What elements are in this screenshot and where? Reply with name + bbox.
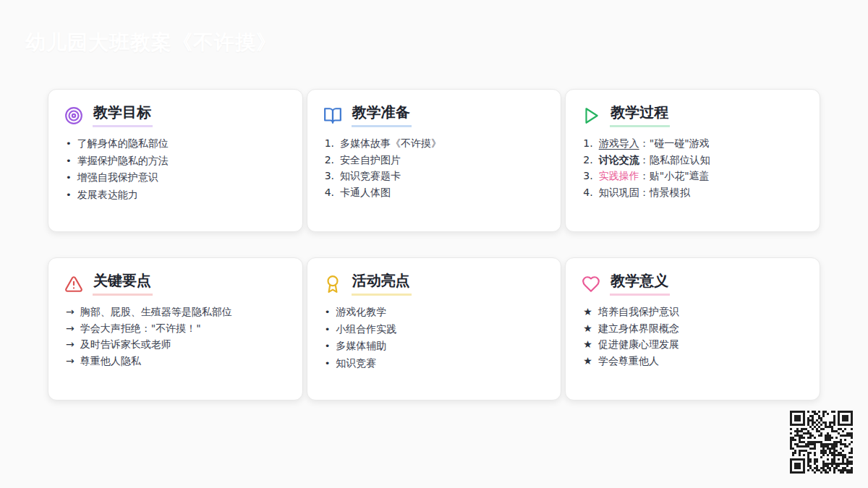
list-item-text: 及时告诉家长或老师: [80, 336, 171, 353]
list-item-text: 游戏化教学: [336, 304, 386, 320]
list-marker: 3.: [583, 168, 592, 184]
list-item: •增强自我保护意识: [66, 169, 286, 187]
heart-icon: [582, 275, 600, 294]
list-item-text: 卡通人体图: [340, 184, 391, 201]
card-title: 教学意义: [610, 272, 670, 296]
list-marker: •: [66, 136, 72, 153]
book-open-icon: [323, 106, 342, 125]
list-item-text: 知识巩固：情景模拟: [599, 184, 690, 201]
list-item: ★建立身体界限概念: [583, 320, 804, 337]
list-item-text: 了解身体的隐私部位: [77, 135, 169, 152]
card-preparation: 教学准备 1.多媒体故事《不许摸》2.安全自护图片3.知识竞赛题卡4.卡通人体图: [307, 89, 562, 232]
list-item: 1.多媒体故事《不许摸》: [325, 135, 545, 152]
list-item: ★培养自我保护意识: [583, 304, 804, 320]
list-item: •游戏化教学: [325, 304, 545, 321]
list-marker: 4.: [325, 184, 334, 201]
card-list: 1.游戏导入："碰一碰"游戏2.讨论交流：隐私部位认知3.实践操作：贴"小花"遮…: [582, 135, 804, 201]
list-item: •小组合作实践: [325, 321, 545, 338]
card-highlights: 活动亮点 •游戏化教学•小组合作实践•多媒体辅助•知识竞赛: [307, 257, 562, 401]
card-list: ★培养自我保护意识★建立身体界限概念★促进健康心理发展★学会尊重他人: [582, 304, 804, 369]
list-item: •了解身体的隐私部位: [66, 135, 286, 153]
card-title: 教学过程: [610, 103, 670, 127]
list-item-text: 讨论交流：隐私部位认知: [599, 152, 710, 168]
list-item: 1.游戏导入："碰一碰"游戏: [583, 135, 804, 152]
list-item: →学会大声拒绝："不许摸！": [66, 320, 286, 337]
list-item-text: 学会大声拒绝："不许摸！": [80, 320, 201, 337]
list-item-text: 建立身体界限概念: [598, 320, 679, 337]
list-marker: •: [66, 153, 72, 170]
list-item: 4.知识巩固：情景模拟: [583, 184, 804, 201]
card-header: 教学目标: [64, 103, 286, 127]
list-marker: •: [325, 304, 331, 321]
list-item: 3.知识竞赛题卡: [325, 168, 545, 184]
list-item: →及时告诉家长或老师: [66, 336, 286, 353]
list-marker: •: [325, 338, 331, 355]
qr-code-icon: [790, 411, 853, 474]
list-marker: 1.: [325, 135, 334, 152]
list-marker: 3.: [325, 168, 334, 184]
alert-triangle-icon: [64, 275, 83, 294]
list-item: 4.卡通人体图: [325, 184, 545, 201]
card-title: 关键要点: [93, 272, 153, 296]
list-marker: 4.: [583, 184, 592, 201]
card-list: 1.多媒体故事《不许摸》2.安全自护图片3.知识竞赛题卡4.卡通人体图: [323, 135, 545, 201]
list-marker: ★: [583, 336, 592, 353]
card-header: 教学过程: [582, 103, 804, 127]
list-item: •多媒体辅助: [325, 338, 545, 355]
award-icon: [323, 275, 342, 294]
card-title: 教学目标: [93, 103, 153, 127]
list-item: ★学会尊重他人: [583, 353, 804, 369]
list-marker: →: [66, 336, 75, 353]
card-process: 教学过程 1.游戏导入："碰一碰"游戏2.讨论交流：隐私部位认知3.实践操作：贴…: [565, 89, 820, 232]
list-marker: ★: [583, 304, 592, 320]
card-key-points: 关键要点 →胸部、屁股、生殖器等是隐私部位→学会大声拒绝："不许摸！"→及时告诉…: [48, 257, 303, 401]
list-item-text: 多媒体故事《不许摸》: [340, 135, 441, 152]
page-title: 幼儿园大班教案《不许摸》: [25, 29, 277, 56]
list-marker: 2.: [325, 152, 334, 168]
list-item: ★促进健康心理发展: [583, 336, 804, 353]
card-objectives: 教学目标 •了解身体的隐私部位•掌握保护隐私的方法•增强自我保护意识•发展表达能…: [48, 89, 303, 232]
list-item-text: 增强自我保护意识: [77, 169, 158, 186]
card-header: 关键要点: [64, 272, 286, 296]
list-marker: →: [66, 304, 75, 320]
card-grid: 教学目标 •了解身体的隐私部位•掌握保护隐私的方法•增强自我保护意识•发展表达能…: [48, 89, 820, 401]
list-marker: •: [325, 356, 331, 372]
card-list: →胸部、屁股、生殖器等是隐私部位→学会大声拒绝："不许摸！"→及时告诉家长或老师…: [64, 304, 286, 369]
card-title: 教学准备: [352, 103, 412, 127]
list-item: •知识竞赛: [325, 355, 545, 372]
list-item-text: 促进健康心理发展: [598, 336, 679, 353]
list-item: →尊重他人隐私: [66, 353, 286, 369]
target-icon: [64, 106, 83, 125]
play-icon: [582, 106, 600, 125]
list-item-text: 知识竞赛: [336, 355, 376, 372]
list-item-text: 掌握保护隐私的方法: [77, 153, 169, 169]
list-item-text: 游戏导入："碰一碰"游戏: [599, 135, 710, 152]
list-marker: →: [66, 353, 75, 369]
list-item: 3.实践操作：贴"小花"遮盖: [583, 168, 804, 184]
list-item-text: 多媒体辅助: [336, 338, 386, 354]
list-item-text: 学会尊重他人: [598, 353, 659, 369]
card-list: •游戏化教学•小组合作实践•多媒体辅助•知识竞赛: [323, 304, 545, 372]
list-marker: ★: [583, 353, 592, 369]
list-marker: •: [66, 170, 72, 187]
card-significance: 教学意义 ★培养自我保护意识★建立身体界限概念★促进健康心理发展★学会尊重他人: [565, 257, 820, 401]
list-item-text: 尊重他人隐私: [80, 353, 141, 369]
card-header: 教学准备: [323, 103, 545, 127]
card-title: 活动亮点: [352, 272, 412, 296]
card-header: 教学意义: [582, 272, 804, 296]
list-item: •发展表达能力: [66, 187, 286, 204]
list-item-text: 安全自护图片: [340, 152, 401, 168]
list-marker: 2.: [583, 152, 592, 168]
list-item-text: 小组合作实践: [336, 321, 396, 338]
card-header: 活动亮点: [323, 272, 545, 296]
list-marker: ★: [583, 320, 592, 337]
list-item: •掌握保护隐私的方法: [66, 153, 286, 170]
list-item-text: 培养自我保护意识: [598, 304, 679, 320]
list-item: 2.讨论交流：隐私部位认知: [583, 152, 804, 168]
list-marker: 1.: [583, 135, 592, 152]
list-item-text: 实践操作：贴"小花"遮盖: [599, 168, 710, 184]
list-marker: →: [66, 320, 75, 337]
list-item-text: 胸部、屁股、生殖器等是隐私部位: [80, 304, 232, 320]
list-marker: •: [325, 322, 331, 338]
list-item: →胸部、屁股、生殖器等是隐私部位: [66, 304, 286, 320]
